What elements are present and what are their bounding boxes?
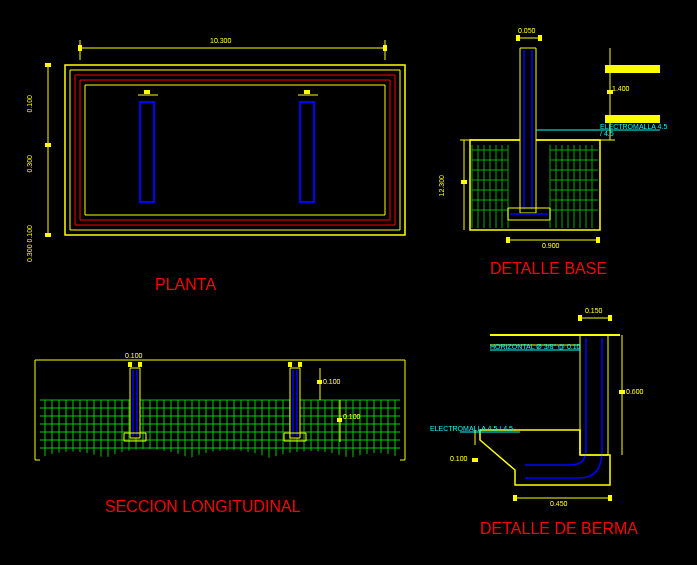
planta-title: PLANTA xyxy=(155,276,216,294)
berma-dim-right: 0.600 xyxy=(626,388,644,395)
svg-rect-14 xyxy=(140,102,154,202)
svg-rect-10 xyxy=(70,70,400,230)
svg-rect-143 xyxy=(337,418,342,422)
svg-rect-155 xyxy=(619,390,625,394)
detalle-berma-drawing xyxy=(460,310,670,510)
svg-rect-12 xyxy=(80,80,390,220)
svg-rect-128 xyxy=(130,368,140,438)
svg-rect-160 xyxy=(608,495,612,501)
detalle-base-drawing xyxy=(460,30,670,250)
svg-rect-68 xyxy=(506,237,510,243)
svg-rect-16 xyxy=(144,90,150,94)
svg-rect-15 xyxy=(300,102,314,202)
db-dim-left: 12.300 xyxy=(438,175,445,196)
svg-rect-137 xyxy=(138,362,142,367)
svg-rect-59 xyxy=(605,65,660,73)
sec-dim-3: 0.100 xyxy=(343,413,361,420)
berma-electro-label: ELECTROMALLA 4.5 / 4.5 xyxy=(430,425,513,432)
planta-drawing xyxy=(40,40,410,270)
svg-rect-17 xyxy=(304,90,310,94)
seccion-drawing xyxy=(30,350,410,490)
svg-rect-13 xyxy=(85,85,385,215)
planta-dim-l3: 0.300 0.100 xyxy=(26,225,33,262)
svg-rect-157 xyxy=(472,458,478,462)
svg-rect-6 xyxy=(45,63,51,67)
sec-dim-2: 0.100 xyxy=(323,378,341,385)
svg-rect-9 xyxy=(65,65,405,235)
planta-dim-l1: 0.100 xyxy=(26,95,33,113)
db-dim-right: 1.400 xyxy=(612,85,630,92)
detalle-base-title: DETALLE BASE xyxy=(490,260,607,278)
sec-dim-1: 0.100 xyxy=(125,352,143,359)
detalle-berma-view: 0.150 HORIZONTAL Ø 3/8" @ 0.10 0.600 ELE… xyxy=(460,310,670,510)
svg-rect-146 xyxy=(608,315,612,321)
planta-dim-top: 10.300 xyxy=(210,37,231,44)
svg-rect-145 xyxy=(578,315,582,321)
svg-rect-159 xyxy=(513,495,517,501)
svg-rect-138 xyxy=(288,362,292,367)
db-electromalla-label: ELECTROMALLA 4.5 / 4.5 xyxy=(600,123,670,137)
berma-horiz-label: HORIZONTAL Ø 3/8" @ 0.10 xyxy=(490,343,581,350)
svg-rect-136 xyxy=(128,362,132,367)
svg-rect-132 xyxy=(290,368,300,438)
planta-dim-l2: 0.300 xyxy=(26,155,33,173)
svg-rect-22 xyxy=(538,35,542,41)
detalle-berma-title: DETALLE DE BERMA xyxy=(480,520,638,538)
svg-rect-139 xyxy=(298,362,302,367)
svg-rect-11 xyxy=(75,75,395,225)
berma-dim-bottom: 0.450 xyxy=(550,500,568,507)
svg-rect-8 xyxy=(45,233,51,237)
svg-rect-69 xyxy=(596,237,600,243)
svg-rect-7 xyxy=(45,143,51,147)
seccion-view: 0.100 0.100 0.100 xyxy=(30,350,410,490)
seccion-title: SECCION LONGITUDINAL xyxy=(105,498,301,516)
svg-rect-66 xyxy=(461,180,467,184)
svg-rect-60 xyxy=(605,115,660,123)
berma-dim-top: 0.150 xyxy=(585,307,603,314)
db-dim-top: 0.050 xyxy=(518,27,536,34)
planta-view: 10.300 0.100 0.300 0.300 0.100 xyxy=(40,40,410,270)
berma-dim-left: 0.100 xyxy=(450,455,468,462)
svg-rect-149 xyxy=(580,335,608,455)
detalle-base-view: 0.050 1.400 ELECTROMALLA 4.5 / 4.5 12.30… xyxy=(460,30,670,250)
svg-rect-54 xyxy=(520,48,536,213)
svg-rect-141 xyxy=(317,380,322,384)
db-dim-bottom: 0.900 xyxy=(542,242,560,249)
svg-rect-21 xyxy=(516,35,520,41)
